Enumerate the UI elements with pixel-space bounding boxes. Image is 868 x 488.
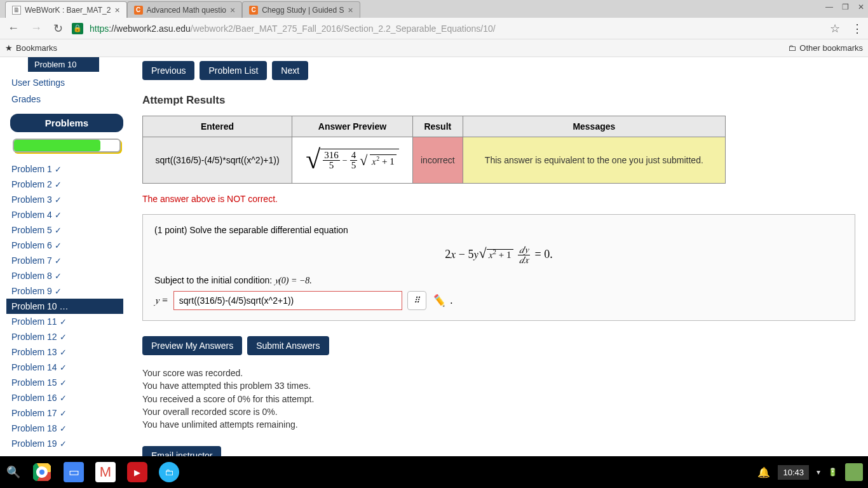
sidebar-problem-2[interactable]: Problem 2 ✓: [10, 177, 123, 192]
address-bar[interactable]: https://webwork2.asu.edu/webwork2/Baer_M…: [90, 24, 824, 34]
error-message: The answer above is NOT correct.: [142, 194, 855, 204]
check-icon: ✓: [60, 424, 67, 433]
files-icon[interactable]: 🗀: [159, 462, 179, 482]
check-icon: ✓: [60, 409, 67, 418]
notifications-icon[interactable]: 🔔: [757, 466, 770, 478]
check-icon: ✓: [60, 393, 67, 403]
lock-icon[interactable]: 🔒: [72, 23, 83, 34]
wifi-icon[interactable]: ▾: [817, 468, 820, 477]
browser-tab-1[interactable]: 🗎 WeBWorK : Baer_MAT_2 ×: [5, 1, 127, 18]
check-icon: ✓: [60, 317, 67, 327]
battery-icon[interactable]: 🔋: [828, 468, 837, 477]
youtube-icon[interactable]: ▶: [127, 462, 147, 482]
close-icon[interactable]: ×: [114, 5, 119, 15]
sidebar-problem-7[interactable]: Problem 7 ✓: [10, 253, 123, 268]
check-icon: ✓: [55, 271, 62, 281]
gmail-icon[interactable]: M: [95, 462, 116, 482]
close-icon[interactable]: ×: [230, 5, 235, 15]
close-icon[interactable]: ×: [348, 5, 353, 15]
check-icon: ✓: [55, 195, 62, 205]
sidebar: Problem 10 User Settings Grades Problems…: [0, 57, 127, 456]
forward-icon: →: [28, 22, 44, 35]
tab-title: Advanced Math questio: [147, 6, 226, 15]
check-icon: ✓: [60, 439, 67, 449]
col-messages: Messages: [463, 116, 725, 137]
bookmarks-button[interactable]: ★ Bookmarks: [5, 43, 57, 53]
section-title: Attempt Results: [142, 94, 855, 107]
tab-title: Chegg Study | Guided S: [262, 6, 344, 15]
file-icon: 🗎: [12, 6, 21, 15]
sidebar-problem-9[interactable]: Problem 9 ✓: [10, 283, 123, 299]
browser-tab-3[interactable]: C Chegg Study | Guided S ×: [242, 1, 360, 18]
sidebar-header: Problems: [10, 114, 123, 132]
browser-tab-2[interactable]: C Advanced Math questio ×: [127, 1, 243, 18]
main-content: Previous Problem List Next Attempt Resul…: [127, 57, 868, 456]
clock[interactable]: 10:43: [778, 465, 809, 480]
question-box: (1 point) Solve the separable differenti…: [142, 214, 855, 321]
col-result: Result: [413, 116, 463, 137]
bookmark-star-icon[interactable]: ☆: [830, 22, 840, 36]
chrome-icon[interactable]: [32, 462, 52, 482]
sidebar-user-settings[interactable]: User Settings: [10, 74, 123, 91]
check-icon: ✓: [55, 210, 62, 220]
differential-equation: 2𝑥 − 5𝑦√𝑥2 + 1 𝑑𝑦𝑑𝑥 = 0.: [154, 245, 843, 265]
other-bookmarks-button[interactable]: 🗀 Other bookmarks: [788, 43, 863, 53]
pencil-icon[interactable]: ✏️: [431, 294, 445, 308]
reload-icon[interactable]: ↻: [51, 22, 65, 36]
taskbar: 🔍 ▭ M ▶ 🗀 🔔 10:43 ▾ 🔋: [0, 456, 868, 488]
progress-bar: [13, 139, 121, 152]
sidebar-problem-13[interactable]: Problem 13 ✓: [10, 344, 123, 360]
check-icon: ✓: [60, 348, 67, 357]
check-icon: ✓: [60, 332, 67, 342]
chegg-icon: C: [249, 6, 258, 15]
initial-condition-label: Subject to the initial condition: 𝑦(0) =…: [154, 275, 843, 286]
sidebar-problem-5[interactable]: Problem 5 ✓: [10, 222, 123, 238]
sidebar-problem-6[interactable]: Problem 6 ✓: [10, 238, 123, 253]
sidebar-problem-15[interactable]: Problem 15 ✓: [10, 375, 123, 390]
entered-cell: sqrt((316/5)-(4/5)*sqrt((x^2)+1)): [143, 137, 292, 184]
menu-icon[interactable]: ⋮: [846, 22, 863, 36]
minimize-icon[interactable]: —: [825, 3, 833, 11]
check-icon: ✓: [60, 378, 67, 388]
sidebar-problem-10[interactable]: Problem 10 …: [6, 299, 123, 314]
sidebar-problem-4[interactable]: Problem 4 ✓: [10, 207, 123, 222]
close-window-icon[interactable]: ✕: [858, 3, 864, 11]
check-icon: ✓: [55, 256, 62, 266]
sidebar-problem-12[interactable]: Problem 12 ✓: [10, 329, 123, 344]
sidebar-problem-17[interactable]: Problem 17 ✓: [10, 405, 123, 421]
sidebar-current-problem[interactable]: Problem 10: [28, 57, 99, 72]
sidebar-problem-11[interactable]: Problem 11 ✓: [10, 314, 123, 329]
check-icon: ✓: [60, 363, 67, 372]
answer-input[interactable]: [173, 291, 402, 310]
score-info: Your score was recorded. You have attemp…: [142, 367, 855, 431]
sidebar-problem-18[interactable]: Problem 18 ✓: [10, 421, 123, 436]
chegg-icon: C: [134, 6, 143, 15]
message-cell: This answer is equivalent to the one you…: [463, 137, 725, 184]
tab-title: WeBWorK : Baer_MAT_2: [25, 6, 111, 15]
star-icon: ★: [5, 43, 13, 53]
submit-answers-button[interactable]: Submit Answers: [247, 336, 329, 355]
next-button[interactable]: Next: [272, 61, 308, 80]
email-instructor-button[interactable]: Email instructor: [142, 446, 221, 456]
restore-icon[interactable]: ❐: [842, 3, 849, 11]
sidebar-problem-14[interactable]: Problem 14 ✓: [10, 360, 123, 375]
folder-icon: 🗀: [788, 43, 796, 53]
sidebar-problem-3[interactable]: Problem 3 ✓: [10, 192, 123, 207]
docs-icon[interactable]: ▭: [64, 462, 84, 482]
question-text: (1 point) Solve the separable differenti…: [154, 225, 843, 235]
check-icon: ✓: [55, 287, 62, 296]
back-icon[interactable]: ←: [5, 22, 22, 35]
sidebar-problem-1[interactable]: Problem 1 ✓: [10, 161, 123, 177]
preview-answers-button[interactable]: Preview My Answers: [142, 336, 242, 355]
sidebar-problem-16[interactable]: Problem 16 ✓: [10, 390, 123, 405]
preview-cell: √ 3165 − 45 √𝑥2 + 1: [292, 137, 413, 184]
previous-button[interactable]: Previous: [142, 61, 194, 80]
check-icon: ✓: [55, 241, 62, 250]
search-icon[interactable]: 🔍: [6, 465, 20, 479]
sidebar-problem-8[interactable]: Problem 8 ✓: [10, 268, 123, 283]
sidebar-problem-19[interactable]: Problem 19 ✓: [10, 436, 123, 451]
avatar[interactable]: [845, 463, 863, 481]
sidebar-grades[interactable]: Grades: [10, 91, 123, 107]
equation-editor-icon[interactable]: ⠿: [407, 291, 426, 310]
problem-list-button[interactable]: Problem List: [200, 61, 267, 80]
